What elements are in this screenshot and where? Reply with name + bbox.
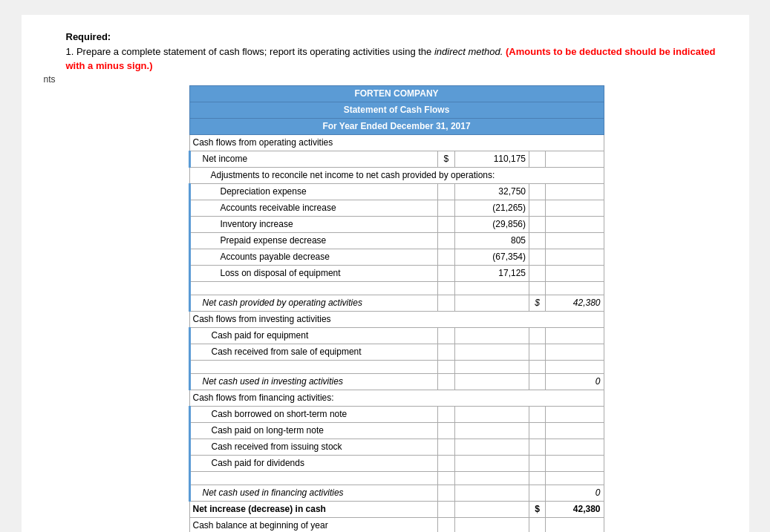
content-area: nts Required: 1. Prepare a complete stat… (44, 30, 727, 532)
cash-paid-dividends-label: Cash paid for dividends (189, 455, 438, 471)
cash-paid-equipment-label: Cash paid for equipment (189, 327, 438, 344)
cash-borrowed-label: Cash borrowed on short-term note (189, 406, 438, 422)
ap-decrease-row: Accounts payable decrease (67,354) (189, 249, 604, 265)
ar-increase-label: Accounts receivable increase (189, 200, 438, 216)
beginning-balance-label: Cash balance at beginning of year (189, 517, 438, 532)
instruction-text-prefix: 1. Prepare a complete statement of cash … (66, 46, 434, 57)
inventory-increase-row: Inventory increase (29,856) (189, 216, 604, 232)
financing-header-row: Cash flows from financing activities: (189, 390, 604, 406)
loss-disposal-value: 17,125 (454, 265, 529, 281)
operating-header: Cash flows from operating activities (189, 134, 604, 151)
net-investing-label: Net cash used in investing activities (189, 373, 438, 390)
investing-header: Cash flows from investing activities (189, 311, 604, 327)
net-financing-label: Net cash used in financing activities (189, 485, 438, 501)
prepaid-decrease-row: Prepaid expense decrease 805 (189, 232, 604, 249)
prepaid-decrease-label: Prepaid expense decrease (189, 232, 438, 249)
empty-row-investing (189, 360, 604, 373)
inventory-increase-value: (29,856) (454, 216, 529, 232)
net-increase-value: 42,380 (546, 501, 604, 517)
cash-paid-longterm-row: Cash paid on long-term note (189, 422, 604, 439)
net-income-dollar: $ (438, 151, 454, 167)
loss-disposal-row: Loss on disposal of equipment 17,125 (189, 265, 604, 281)
net-income-col-dollar2 (529, 151, 546, 167)
cash-received-stock-row: Cash received from issuing stock (189, 439, 604, 455)
adjustments-label: Adjustments to reconcile net income to n… (189, 167, 604, 183)
net-operating-value: 42,380 (546, 295, 604, 311)
net-operating-label: Net cash provided by operating activitie… (189, 295, 438, 311)
depreciation-dollar (438, 183, 454, 200)
prepaid-decrease-value: 805 (454, 232, 529, 249)
beginning-balance-row: Cash balance at beginning of year (189, 517, 604, 532)
cash-received-sale-label: Cash received from sale of equipment (189, 344, 438, 360)
net-increase-dollar: $ (529, 501, 546, 517)
ar-increase-value: (21,265) (454, 200, 529, 216)
cash-paid-equipment-row: Cash paid for equipment (189, 327, 604, 344)
depreciation-row: Depreciation expense 32,750 (189, 183, 604, 200)
investing-header-row: Cash flows from investing activities (189, 311, 604, 327)
statement-title: Statement of Cash Flows (189, 102, 604, 118)
net-income-label: Net income (189, 151, 438, 167)
cash-received-sale-row: Cash received from sale of equipment (189, 344, 604, 360)
cash-borrowed-row: Cash borrowed on short-term note (189, 406, 604, 422)
inventory-increase-label: Inventory increase (189, 216, 438, 232)
empty-row-1 (189, 281, 604, 295)
net-income-far-right (546, 151, 604, 167)
financing-header: Cash flows from financing activities: (189, 390, 604, 406)
net-income-row: Net income $ 110,175 (189, 151, 604, 167)
company-name: FORTEN COMPANY (189, 85, 604, 102)
ap-decrease-value: (67,354) (454, 249, 529, 265)
ar-increase-row: Accounts receivable increase (21,265) (189, 200, 604, 216)
page-container: nts Required: 1. Prepare a complete stat… (22, 15, 749, 532)
net-investing-value: 0 (546, 373, 604, 390)
statement-table: FORTEN COMPANY Statement of Cash Flows F… (189, 85, 604, 533)
loss-disposal-label: Loss on disposal of equipment (189, 265, 438, 281)
period-row: For Year Ended December 31, 2017 (189, 118, 604, 134)
side-label: nts (44, 74, 56, 85)
net-financing-value: 0 (546, 485, 604, 501)
net-increase-label: Net increase (decrease) in cash (189, 501, 438, 517)
period: For Year Ended December 31, 2017 (189, 118, 604, 134)
net-operating-dollar: $ (529, 295, 546, 311)
instructions: Required: 1. Prepare a complete statemen… (66, 30, 727, 73)
net-investing-row: Net cash used in investing activities 0 (189, 373, 604, 390)
required-label: Required: (66, 31, 111, 42)
net-income-value: 110,175 (454, 151, 529, 167)
adjustments-row: Adjustments to reconcile net income to n… (189, 167, 604, 183)
net-operating-row: Net cash provided by operating activitie… (189, 295, 604, 311)
empty-row-financing (189, 471, 604, 485)
statement-title-row: Statement of Cash Flows (189, 102, 604, 118)
instruction-italic: indirect method. (434, 46, 503, 57)
net-financing-row: Net cash used in financing activities 0 (189, 485, 604, 501)
depreciation-label: Depreciation expense (189, 183, 438, 200)
cash-received-stock-label: Cash received from issuing stock (189, 439, 438, 455)
cash-paid-longterm-label: Cash paid on long-term note (189, 422, 438, 439)
ap-decrease-label: Accounts payable decrease (189, 249, 438, 265)
operating-header-row: Cash flows from operating activities (189, 134, 604, 151)
cash-paid-dividends-row: Cash paid for dividends (189, 455, 604, 471)
company-header-row: FORTEN COMPANY (189, 85, 604, 102)
depreciation-value: 32,750 (454, 183, 529, 200)
net-increase-row: Net increase (decrease) in cash $ 42,380 (189, 501, 604, 517)
